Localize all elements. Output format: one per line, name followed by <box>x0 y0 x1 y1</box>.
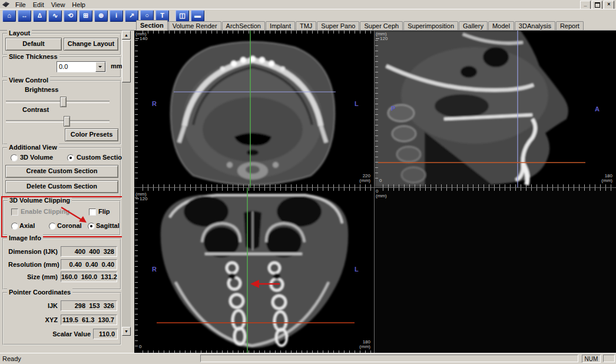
empty-top-ruler <box>383 188 614 191</box>
slice-thickness-value: 0.0 <box>59 63 68 70</box>
sagittal-orientation-anterior: A <box>595 105 600 112</box>
viewport-grid: (mm) 140 220 (mm) R L <box>134 31 616 353</box>
tab-volume-render[interactable]: Volume Render <box>168 21 221 30</box>
measure-distance-icon[interactable]: ↔ <box>18 10 31 22</box>
pointer-coordinates-title: Pointer Coordinates <box>7 289 72 296</box>
layout-grid-icon[interactable]: ⊞ <box>79 10 92 22</box>
size-value: 160.0 160.0 131.2 <box>61 272 117 282</box>
control-sidebar: Layout Default Change Layout Slice Thick… <box>0 31 134 353</box>
resolution-value: 0.40 0.40 0.40 <box>61 259 117 270</box>
dimension-label: Dimension (IJK) <box>8 248 58 255</box>
radio-3d-volume-label[interactable]: 3D Volume <box>20 154 53 161</box>
radio-coronal[interactable] <box>49 223 56 230</box>
sagittal-bottom-ruler-label: 180 (mm) <box>601 174 612 183</box>
axial-bottom-ruler-label: 220 (mm) <box>359 174 370 183</box>
coronal-orientation-right: R <box>152 266 157 273</box>
menu-file[interactable]: File <box>12 1 29 9</box>
axial-orientation-right: R <box>152 100 157 107</box>
slice-thickness-dropdown[interactable]: 0.0 <box>57 61 106 72</box>
crosshair-icon[interactable]: ⊕ <box>94 10 108 22</box>
dimension-value: 400 400 328 <box>61 246 117 257</box>
status-spacer <box>200 355 578 362</box>
contrast-slider-thumb[interactable] <box>64 116 70 127</box>
enable-clipping-checkbox[interactable] <box>11 209 18 216</box>
window-controls: _ × <box>580 1 614 9</box>
tab-super-ceph[interactable]: Super Ceph <box>360 21 403 30</box>
tab-section[interactable]: Section <box>136 20 168 31</box>
volume-clipping-title: 3D Volume Clipping <box>8 197 72 204</box>
change-layout-button[interactable]: Change Layout <box>64 38 118 51</box>
scroll-up-icon[interactable]: ▲ <box>122 31 131 39</box>
contrast-slider-track[interactable] <box>6 120 110 123</box>
coronal-bottom-ruler-label: 180 (mm) <box>359 340 370 349</box>
tab-super-pano[interactable]: Super Pano <box>317 21 359 30</box>
menu-view[interactable]: View <box>48 1 69 9</box>
radio-sagittal-label[interactable]: Sagittal <box>96 222 120 229</box>
coronal-ct-image <box>134 188 374 353</box>
capture-view-icon[interactable]: ▬ <box>191 10 204 22</box>
menu-edit[interactable]: Edit <box>29 1 48 9</box>
sagittal-left-ruler <box>375 40 378 183</box>
additional-view-group: Additional View 3D Volume Custom Section… <box>2 147 121 199</box>
contrast-label: Contrast <box>22 106 49 113</box>
coronal-left-ruler <box>135 197 138 349</box>
brightness-slider-thumb[interactable] <box>60 97 67 107</box>
scroll-down-icon[interactable]: ▼ <box>122 327 131 336</box>
module-tab-bar: Section Volume Render ArchSection Implan… <box>0 21 616 31</box>
create-custom-section-button[interactable]: Create Custom Section <box>5 165 118 178</box>
scrollbar-thumb[interactable] <box>122 40 131 82</box>
tab-superimposition[interactable]: Superimposition <box>403 21 458 30</box>
sagittal-view-panel[interactable]: (mm) 120 0 180 (mm) P A <box>374 31 616 187</box>
size-label: Size (mm) <box>8 273 58 280</box>
dropdown-arrow-button[interactable] <box>95 62 105 72</box>
tab-report[interactable]: Report <box>556 21 584 30</box>
tab-implant[interactable]: Implant <box>266 21 295 30</box>
layout-group-title: Layout <box>7 29 32 37</box>
menu-help[interactable]: Help <box>68 1 89 9</box>
view-control-title: View Control <box>7 77 50 84</box>
radio-axial-label[interactable]: Axial <box>19 222 35 229</box>
coronal-view-panel[interactable]: (mm) 120 0 180 (mm) R L <box>134 187 374 353</box>
tab-3danalysis[interactable]: 3DAnalysis <box>515 21 555 30</box>
measure-profile-icon[interactable]: ∿ <box>48 10 62 22</box>
sagittal-ruler-label: (mm) 120 <box>376 32 388 41</box>
home-icon[interactable]: ⌂ <box>2 10 16 22</box>
radio-3d-volume[interactable] <box>11 154 18 161</box>
empty-view-panel[interactable]: 0 (mm) <box>374 187 616 353</box>
pointer-coordinates-group: Pointer Coordinates IJK 298 153 326 XYZ … <box>2 292 121 345</box>
menu-bar: File Edit View Help _ × <box>0 0 616 9</box>
image-info-group: Image Info Dimension (IJK) 400 400 328 R… <box>2 238 121 290</box>
status-message: Ready <box>2 355 21 362</box>
close-button[interactable]: × <box>604 1 614 9</box>
minimize-button[interactable]: _ <box>580 1 591 9</box>
color-presets-button[interactable]: Color Presets <box>65 128 118 141</box>
restore-button[interactable] <box>592 1 602 9</box>
tab-tmj[interactable]: TMJ <box>296 21 316 30</box>
image-info-title: Image Info <box>7 234 43 241</box>
measure-angle-icon[interactable]: ∆ <box>33 10 47 22</box>
axial-orientation-left: L <box>355 100 359 107</box>
num-lock-indicator: NUM <box>582 355 601 363</box>
radio-custom-section-label[interactable]: Custom Section <box>77 154 126 161</box>
default-layout-button[interactable]: Default <box>5 38 62 51</box>
flip-label: Flip <box>98 208 110 215</box>
coronal-orientation-left: L <box>355 266 359 273</box>
tab-gallery[interactable]: Gallery <box>459 21 488 30</box>
brightness-slider-track[interactable] <box>6 101 110 103</box>
annotation-arrow-sagittal <box>57 205 93 226</box>
split-window-icon[interactable]: ◫ <box>175 10 189 22</box>
sidebar-scrollbar[interactable]: ▲ ▼ <box>122 31 131 336</box>
radio-axial[interactable] <box>11 223 18 230</box>
information-icon[interactable]: i <box>110 10 123 22</box>
delete-custom-section-button[interactable]: Delete Custom Section <box>5 180 118 193</box>
rotate-view-icon[interactable]: ⟲ <box>64 10 77 22</box>
axial-view-panel[interactable]: (mm) 140 220 (mm) R L <box>134 31 374 187</box>
slice-thickness-unit: mm <box>111 62 122 70</box>
empty-ruler-label: 0 (mm) <box>376 189 387 198</box>
tab-archsection[interactable]: ArchSection <box>222 21 265 30</box>
scalar-value: 110.0 <box>93 329 118 339</box>
tab-model[interactable]: Model <box>488 21 514 30</box>
chevron-down-icon <box>98 66 102 70</box>
sagittal-ruler-zero: 0 <box>379 178 382 183</box>
radio-custom-section[interactable] <box>67 154 74 161</box>
